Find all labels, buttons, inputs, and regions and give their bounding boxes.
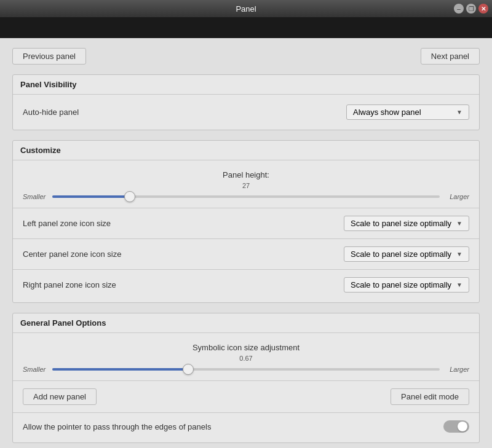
symbolic-slider-section: Symbolic icon size adjustment 0.67 Small… [13,338,479,378]
panel-visibility-header: Panel Visibility [13,75,479,95]
content-area: Previous panel Next panel Panel Visibili… [0,38,492,448]
general-header: General Panel Options [13,313,479,333]
window-title: Panel [236,4,256,14]
divider-3 [13,269,479,270]
divider-2 [13,238,479,239]
symbolic-thumb[interactable] [183,364,194,375]
pointer-toggle[interactable]: ✕ [443,420,469,433]
left-zone-row: Left panel zone icon size Scale to panel… [13,211,479,236]
add-panel-button[interactable]: Add new panel [23,388,97,405]
panel-height-title: Panel height: [23,170,469,179]
auto-hide-row: Auto-hide panel Always show panel ▼ [13,100,479,125]
panel-height-value: 27 [23,182,469,189]
center-zone-dropdown[interactable]: Scale to panel size optimally ▼ [344,246,469,262]
auto-hide-dropdown[interactable]: Always show panel ▼ [346,104,469,120]
left-zone-dropdown[interactable]: Scale to panel size optimally ▼ [344,216,469,231]
restore-button[interactable]: ❐ [466,4,476,14]
customize-body: Panel height: 27 Smaller Larger [13,160,479,302]
divider-4 [13,380,479,381]
right-zone-dropdown[interactable]: Scale to panel size optimally ▼ [344,277,469,293]
customize-header: Customize [13,141,479,160]
divider-1 [13,208,479,208]
main-window: Panel – ❐ ✕ Previous panel Next panel Pa… [0,0,492,448]
dark-bar [0,17,492,38]
panel-height-slider-section: Panel height: 27 Smaller Larger [13,165,479,205]
symbolic-track-fill [52,368,188,371]
auto-hide-label: Auto-hide panel [23,108,79,117]
window-controls: – ❐ ✕ [454,4,488,14]
nav-row: Previous panel Next panel [12,48,480,65]
right-zone-dropdown-arrow: ▼ [456,281,462,288]
symbolic-max-label: Larger [445,366,469,373]
pointer-toggle-label: Allow the pointer to pass through the ed… [23,422,211,431]
minimize-button[interactable]: – [454,4,464,14]
toggle-knob [458,422,467,431]
pointer-toggle-row: Allow the pointer to pass through the ed… [13,415,479,438]
panel-height-thumb[interactable] [124,191,135,202]
customize-section: Customize Panel height: 27 Smaller Large… [12,140,480,303]
general-body: Symbolic icon size adjustment 0.67 Small… [13,333,479,442]
panel-height-slider-wrapper [52,191,440,203]
panel-visibility-section: Panel Visibility Auto-hide panel Always … [12,74,480,130]
close-button[interactable]: ✕ [478,4,488,14]
next-panel-button[interactable]: Next panel [421,48,480,65]
symbolic-slider-wrapper [52,363,440,375]
titlebar: Panel – ❐ ✕ [0,0,492,17]
general-section: General Panel Options Symbolic icon size… [12,313,480,443]
center-zone-label: Center panel zone icon size [23,250,121,259]
buttons-row: Add new panel Panel edit mode [13,383,479,410]
auto-hide-dropdown-arrow: ▼ [456,109,462,116]
symbolic-slider-value: 0.67 [23,355,469,362]
right-zone-dropdown-value: Scale to panel size optimally [351,280,451,289]
divider-5 [13,412,479,413]
symbolic-min-label: Smaller [23,366,47,373]
previous-panel-button[interactable]: Previous panel [12,48,86,65]
right-zone-row: Right panel zone icon size Scale to pane… [13,272,479,297]
right-zone-label: Right panel zone icon size [23,280,116,289]
panel-height-slider-row: Smaller Larger [23,191,469,203]
center-zone-dropdown-arrow: ▼ [456,251,462,257]
symbolic-slider-row: Smaller Larger [23,363,469,375]
left-zone-dropdown-arrow: ▼ [456,220,462,227]
auto-hide-dropdown-value: Always show panel [353,108,421,117]
panel-height-max-label: Larger [445,193,469,200]
symbolic-slider-title: Symbolic icon size adjustment [23,343,469,352]
panel-height-track-fill [52,195,130,198]
panel-edit-mode-button[interactable]: Panel edit mode [391,388,469,405]
left-zone-label: Left panel zone icon size [23,219,111,228]
panel-height-min-label: Smaller [23,193,47,200]
center-zone-dropdown-value: Scale to panel size optimally [351,250,451,259]
panel-visibility-body: Auto-hide panel Always show panel ▼ [13,95,479,130]
left-zone-dropdown-value: Scale to panel size optimally [351,219,451,228]
center-zone-row: Center panel zone icon size Scale to pan… [13,242,479,267]
